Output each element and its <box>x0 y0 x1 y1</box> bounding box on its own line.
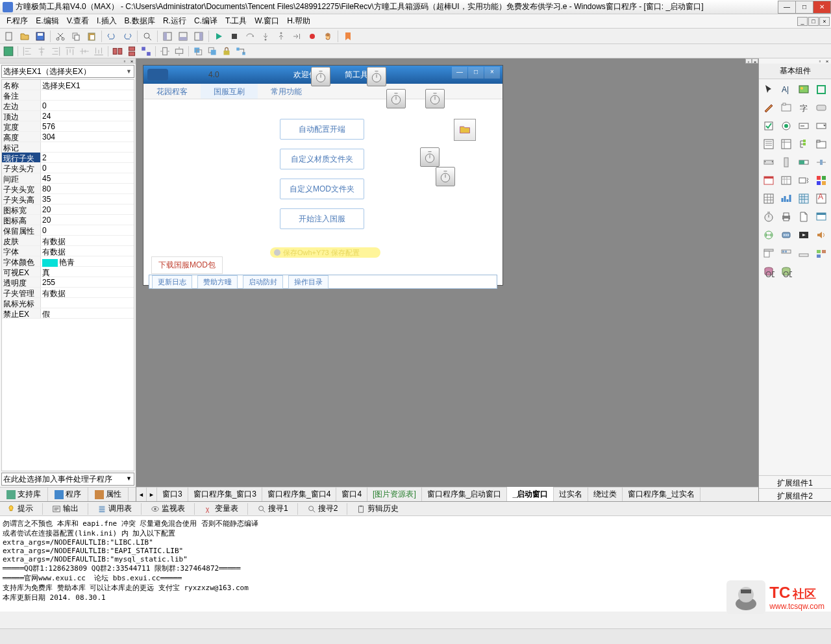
menu-database[interactable]: B.数据库 <box>121 14 159 28</box>
print-tool[interactable] <box>778 208 795 225</box>
hscroll-tool[interactable] <box>760 153 777 171</box>
timer-component-5[interactable] <box>420 147 440 167</box>
listview-tool[interactable] <box>778 135 795 153</box>
console-output[interactable]: 勿谓言之不预也 本库和 eapi.fne 冲突 尽量避免混合使用 否则不能静态编… <box>0 516 831 612</box>
property-value[interactable]: 35 <box>41 194 134 204</box>
odbc1-tool[interactable]: ODBC <box>760 262 777 280</box>
property-value[interactable]: 45 <box>41 173 134 183</box>
property-row[interactable]: 字体颜色艳青 <box>2 256 134 267</box>
dialog-tool[interactable] <box>813 208 830 225</box>
doc-tab[interactable]: 窗口3 <box>157 487 188 501</box>
property-value[interactable]: 20 <box>41 215 134 225</box>
tab-vars[interactable]: χ变量表 <box>197 501 245 516</box>
imagelist-tool[interactable] <box>813 244 830 262</box>
panel-close-button[interactable]: × <box>129 58 135 64</box>
tab-search1[interactable]: 搜寻1 <box>251 501 295 516</box>
step-out-button[interactable] <box>274 30 288 43</box>
property-value[interactable]: 0 <box>41 101 134 110</box>
tab-watch[interactable]: 监视表 <box>144 501 192 516</box>
timer-tool[interactable] <box>760 208 777 225</box>
property-value[interactable] <box>41 90 134 100</box>
socket-tool[interactable] <box>760 226 777 243</box>
undo-button[interactable] <box>105 30 119 43</box>
grid-tool[interactable] <box>795 190 812 207</box>
new-button[interactable] <box>2 30 16 43</box>
property-value[interactable]: 80 <box>41 184 134 193</box>
property-row[interactable]: 名称选择夹EX1 <box>2 80 134 90</box>
property-value[interactable]: 2 <box>41 153 134 162</box>
property-value[interactable]: 真 <box>41 267 134 277</box>
spinner-tool[interactable] <box>795 171 812 189</box>
timer-component-1[interactable] <box>311 67 330 86</box>
bookmark-button[interactable] <box>341 30 355 43</box>
layout2-button[interactable] <box>176 30 190 43</box>
property-row[interactable]: 高度304 <box>2 132 134 142</box>
center-vert-button[interactable] <box>173 45 186 57</box>
tab-order-button[interactable] <box>234 45 247 57</box>
tab-scroll-right[interactable]: ► <box>147 488 157 501</box>
expand-group-2[interactable]: 扩展组件2 <box>759 488 831 501</box>
menu-compile[interactable]: C.编译 <box>190 14 221 28</box>
align-bottom-button[interactable] <box>92 45 105 57</box>
property-row[interactable]: 子夹管理有数据 <box>2 288 134 298</box>
progress-tool[interactable] <box>795 153 812 171</box>
listbox-tool[interactable] <box>760 135 777 153</box>
minimize-button[interactable]: — <box>778 1 796 14</box>
tab-output[interactable]: 输出 <box>45 501 85 516</box>
download-mod-link[interactable]: 下载国服MOD包 <box>151 256 223 274</box>
toolbox-close-button[interactable]: × <box>824 58 830 64</box>
property-value[interactable]: 0 <box>41 225 134 235</box>
property-value[interactable]: 576 <box>41 121 134 131</box>
tab-program[interactable]: 程序 <box>48 488 88 501</box>
stop-button[interactable] <box>227 30 242 43</box>
timer-component-3[interactable] <box>386 89 406 108</box>
timer-component-4[interactable] <box>425 89 445 108</box>
property-row[interactable]: 保留属性0 <box>2 225 134 236</box>
timer-component-6[interactable] <box>436 167 455 186</box>
edit-tool[interactable] <box>795 117 812 134</box>
layout3-button[interactable] <box>192 30 206 43</box>
step-into-button[interactable] <box>258 30 273 43</box>
align-top-button[interactable] <box>64 45 77 57</box>
doc-tab[interactable]: 窗口程序集_窗口4 <box>262 487 336 501</box>
menu-run[interactable]: R.运行 <box>159 14 190 28</box>
custom-texture-button[interactable]: 自定义材质文件夹 <box>280 149 364 169</box>
menu-program[interactable]: F.程序 <box>3 14 32 28</box>
find-button[interactable] <box>140 30 155 43</box>
step-over-button[interactable] <box>243 30 257 43</box>
property-row[interactable]: 间距45 <box>2 173 134 184</box>
odbc2-tool[interactable]: ODBC <box>778 262 795 280</box>
same-width-button[interactable] <box>111 45 124 57</box>
donate-button[interactable]: 赞助方曈 <box>197 275 238 289</box>
calendar-tool[interactable] <box>778 171 795 189</box>
property-row[interactable]: 禁止EX假 <box>2 308 134 319</box>
doc-tab[interactable]: 窗口程序集_过实名 <box>623 487 701 501</box>
property-value[interactable]: 假 <box>41 308 134 318</box>
run-button[interactable] <box>212 30 226 43</box>
copy-button[interactable] <box>69 30 83 43</box>
align-left-button[interactable] <box>21 45 34 57</box>
expand-group-1[interactable]: 扩展组件1 <box>759 475 831 488</box>
table-tool[interactable] <box>760 190 777 207</box>
start-inject-button[interactable]: 开始注入国服 <box>280 208 364 229</box>
menu-window[interactable]: W.窗口 <box>251 14 283 28</box>
property-value[interactable]: 选择夹EX1 <box>41 80 134 90</box>
save-button[interactable] <box>33 30 47 43</box>
pointer-tool[interactable] <box>760 80 777 98</box>
chart-tool[interactable] <box>778 190 795 207</box>
slider-tool[interactable] <box>813 153 830 171</box>
run-to-cursor-button[interactable] <box>290 30 304 43</box>
tab-hint[interactable]: 提示 <box>0 501 40 516</box>
property-value[interactable] <box>41 142 134 152</box>
send-back-button[interactable] <box>206 45 219 57</box>
property-row[interactable]: 现行子夹2 <box>2 153 134 163</box>
status-tool[interactable] <box>795 244 812 262</box>
align-right-button[interactable] <box>49 45 62 57</box>
event-selector[interactable]: 在此处选择加入事件处理子程序 <box>1 473 134 486</box>
vscroll-tool[interactable] <box>778 153 795 171</box>
toolbox-float-button[interactable]: ▫ <box>817 58 823 64</box>
tab-support-lib[interactable]: 支持库 <box>0 488 48 501</box>
changelog-button[interactable]: 更新日志 <box>152 275 192 289</box>
close-button[interactable]: ✕ <box>813 1 831 14</box>
form-tab-1[interactable]: 国服互刷 <box>201 84 258 99</box>
